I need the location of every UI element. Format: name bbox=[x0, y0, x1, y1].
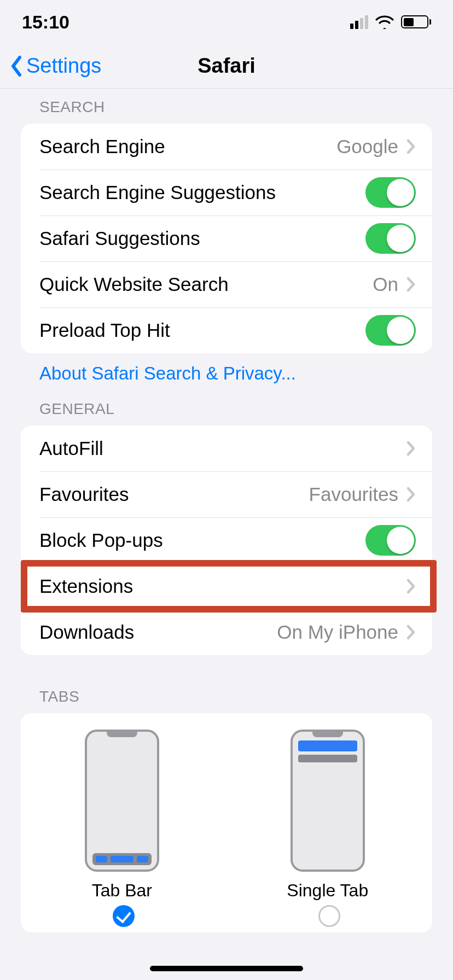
search-engine-row[interactable]: Search Engine Google bbox=[21, 124, 432, 170]
battery-icon bbox=[401, 15, 431, 28]
tab-bar-label: Tab Bar bbox=[92, 880, 152, 901]
chevron-right-icon bbox=[406, 486, 416, 503]
wifi-icon bbox=[375, 15, 394, 29]
chevron-left-icon bbox=[10, 55, 23, 77]
tab-option-tabbar[interactable]: Tab Bar bbox=[85, 730, 159, 901]
downloads-label: Downloads bbox=[39, 621, 277, 643]
status-right bbox=[350, 15, 431, 29]
search-engine-value: Google bbox=[336, 136, 398, 158]
chevron-right-icon bbox=[406, 276, 416, 293]
favourites-value: Favourites bbox=[309, 483, 398, 505]
section-header-tabs: TABS bbox=[0, 655, 453, 713]
chevron-right-icon bbox=[406, 624, 416, 640]
quick-website-search-value: On bbox=[373, 273, 398, 295]
block-popups-label: Block Pop-ups bbox=[39, 529, 365, 551]
tabbar-preview-icon bbox=[85, 730, 159, 872]
nav-bar: Settings Safari bbox=[0, 44, 453, 89]
safari-suggestions-label: Safari Suggestions bbox=[39, 228, 365, 249]
preload-top-hit-label: Preload Top Hit bbox=[39, 319, 365, 341]
tabs-group: Tab Bar Single Tab bbox=[21, 713, 432, 932]
preload-top-hit-toggle[interactable] bbox=[365, 315, 416, 346]
search-suggestions-row: Search Engine Suggestions bbox=[21, 170, 432, 215]
general-group: AutoFill Favourites Favourites Block Pop… bbox=[21, 425, 432, 655]
favourites-row[interactable]: Favourites Favourites bbox=[21, 471, 432, 517]
tab-option-singletab[interactable]: Single Tab bbox=[287, 730, 368, 901]
block-popups-row: Block Pop-ups bbox=[21, 517, 432, 563]
downloads-value: On My iPhone bbox=[277, 621, 398, 643]
block-popups-toggle[interactable] bbox=[365, 525, 416, 556]
extensions-label: Extensions bbox=[39, 575, 406, 597]
search-engine-label: Search Engine bbox=[39, 136, 336, 158]
single-tab-radio[interactable] bbox=[318, 905, 340, 927]
extensions-row[interactable]: Extensions bbox=[21, 563, 432, 609]
search-group: Search Engine Google Search Engine Sugge… bbox=[21, 124, 432, 353]
chevron-right-icon bbox=[406, 138, 416, 155]
chevron-right-icon bbox=[406, 578, 416, 594]
tab-bar-radio[interactable] bbox=[113, 905, 135, 927]
safari-suggestions-toggle[interactable] bbox=[365, 223, 416, 254]
about-search-privacy-link[interactable]: About Safari Search & Privacy... bbox=[0, 353, 453, 384]
search-suggestions-toggle[interactable] bbox=[365, 177, 416, 208]
search-suggestions-label: Search Engine Suggestions bbox=[39, 182, 365, 203]
autofill-row[interactable]: AutoFill bbox=[21, 425, 432, 471]
safari-suggestions-row: Safari Suggestions bbox=[21, 215, 432, 261]
chevron-right-icon bbox=[406, 440, 416, 457]
status-bar: 15:10 bbox=[0, 0, 453, 44]
quick-website-search-row[interactable]: Quick Website Search On bbox=[21, 261, 432, 307]
downloads-row[interactable]: Downloads On My iPhone bbox=[21, 609, 432, 655]
section-header-general: GENERAL bbox=[0, 384, 453, 425]
favourites-label: Favourites bbox=[39, 483, 309, 505]
back-button[interactable]: Settings bbox=[10, 54, 101, 78]
status-time: 15:10 bbox=[22, 11, 69, 33]
singletab-preview-icon bbox=[291, 730, 365, 872]
home-indicator[interactable] bbox=[150, 966, 303, 971]
cellular-signal-icon bbox=[350, 15, 368, 29]
section-header-search: SEARCH bbox=[0, 89, 453, 124]
autofill-label: AutoFill bbox=[39, 438, 406, 459]
preload-top-hit-row: Preload Top Hit bbox=[21, 307, 432, 353]
single-tab-label: Single Tab bbox=[287, 880, 368, 901]
back-label: Settings bbox=[26, 54, 101, 78]
quick-website-search-label: Quick Website Search bbox=[39, 273, 373, 295]
